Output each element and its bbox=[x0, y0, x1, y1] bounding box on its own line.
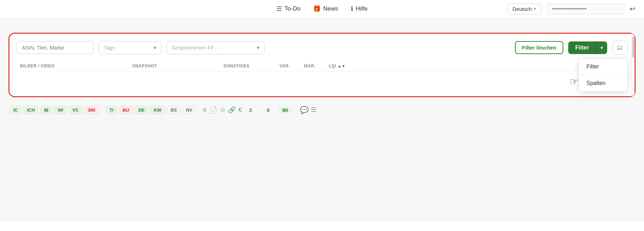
col-snapshot: SNAPSHOT bbox=[129, 64, 220, 68]
asin-search-input[interactable] bbox=[16, 41, 94, 54]
footer-tags-row: IC ICH IB IW VC 360 TI BU DE KW BS NV ≡ … bbox=[8, 101, 636, 118]
globe-icon[interactable]: ⊘ bbox=[220, 106, 225, 114]
chevron-down-icon: ▾ bbox=[154, 45, 156, 51]
lqi-badge: 90 bbox=[279, 106, 291, 114]
filter-loeschen-button[interactable]: Filter löschen bbox=[515, 41, 563, 54]
filter-button-group: Filter ▾ bbox=[568, 41, 607, 54]
tag-IC[interactable]: IC bbox=[10, 106, 21, 114]
tags-select[interactable]: Tags ▾ bbox=[99, 41, 162, 54]
filter-dropdown-menu: Filter Spalten bbox=[578, 58, 628, 92]
nav-right: Deutsch ▾ ↩ bbox=[507, 3, 636, 14]
filter-row: Tags ▾ Gespeicherten Fil... ▾ Filter lös… bbox=[16, 41, 628, 54]
todo-icon: ☰ bbox=[276, 5, 282, 13]
tag-BS[interactable]: BS bbox=[167, 106, 180, 114]
document-icon[interactable]: 📄 bbox=[209, 106, 217, 114]
chat-icon[interactable]: 💬 bbox=[300, 106, 309, 114]
tag-ICH[interactable]: ICH bbox=[24, 106, 38, 114]
col-mar: MÄR. bbox=[301, 64, 325, 68]
nav-todo[interactable]: ☰ To-Do bbox=[276, 5, 300, 13]
tag-IW[interactable]: IW bbox=[54, 106, 67, 114]
nav-news[interactable]: 🎁 News bbox=[313, 5, 338, 13]
main-content: Tags ▾ Gespeicherten Fil... ▾ Filter lös… bbox=[0, 18, 644, 222]
tag-VC[interactable]: VC bbox=[69, 106, 82, 114]
top-nav: ☰ To-Do 🎁 News ℹ Hilfe Deutsch ▾ ↩ bbox=[0, 0, 644, 18]
news-icon: 🎁 bbox=[313, 5, 321, 13]
tag-TI[interactable]: TI bbox=[106, 106, 117, 114]
scrollbar-thumb bbox=[632, 37, 634, 58]
nav-hilfe[interactable]: ℹ Hilfe bbox=[351, 5, 368, 13]
hilfe-label: Hilfe bbox=[356, 5, 368, 12]
tag-IB[interactable]: IB bbox=[40, 106, 52, 114]
saved-filter-label: Gespeicherten Fil... bbox=[172, 45, 217, 51]
filter-box: Tags ▾ Gespeicherten Fil... ▾ Filter lös… bbox=[8, 33, 636, 97]
news-label: News bbox=[323, 5, 338, 12]
tag-DE[interactable]: DE bbox=[135, 106, 148, 114]
euro-icon[interactable]: € bbox=[239, 106, 242, 114]
logout-button[interactable]: ↩ bbox=[630, 5, 636, 13]
tag-NV[interactable]: NV bbox=[182, 106, 196, 114]
scrollbar[interactable] bbox=[631, 34, 635, 96]
language-label: Deutsch bbox=[512, 6, 532, 12]
todo-label: To-Do bbox=[284, 5, 300, 12]
sort-icon: ▲▼ bbox=[337, 64, 346, 68]
chevron-down-icon: ▾ bbox=[257, 45, 260, 51]
tag-360[interactable]: 360 bbox=[84, 106, 99, 114]
col-lqi-label: LQI bbox=[329, 64, 336, 68]
action-icons-row: ≡ 📄 ⊘ 🔗 € bbox=[203, 106, 242, 114]
col-bilder-video: BILDER / VIDEO bbox=[16, 64, 129, 68]
menu-icon[interactable]: ≡ bbox=[203, 106, 207, 114]
chevron-down-icon: ▾ bbox=[601, 45, 603, 51]
var-value: 3 bbox=[249, 107, 252, 113]
dropdown-item-spalten[interactable]: Spalten bbox=[579, 75, 627, 91]
chevron-down-icon: ▾ bbox=[534, 6, 536, 11]
table-body bbox=[16, 72, 628, 93]
col-var: VAR. bbox=[276, 64, 301, 68]
tag-BU[interactable]: BU bbox=[119, 106, 133, 114]
tag-KW[interactable]: KW bbox=[150, 106, 165, 114]
folder-button[interactable]: 🗂 bbox=[612, 41, 628, 54]
tags-select-label: Tags bbox=[104, 45, 115, 51]
link-icon[interactable]: 🔗 bbox=[228, 106, 236, 114]
saved-filter-select[interactable]: Gespeicherten Fil... ▾ bbox=[167, 41, 265, 54]
mar-value: 8 bbox=[267, 107, 269, 113]
filter-dropdown-button[interactable]: ▾ bbox=[596, 41, 607, 54]
checklist-icon[interactable]: ☰ bbox=[311, 106, 316, 114]
col-sonstiges: SONSTIGES bbox=[220, 64, 276, 68]
filter-main-button[interactable]: Filter bbox=[568, 41, 596, 54]
col-lqi: LQI ▲▼ bbox=[325, 64, 353, 68]
language-selector[interactable]: Deutsch ▾ bbox=[507, 4, 541, 14]
info-icon: ℹ bbox=[351, 5, 353, 13]
dropdown-item-filter[interactable]: Filter bbox=[579, 59, 627, 75]
folder-icon: 🗂 bbox=[617, 44, 623, 51]
nav-search-input[interactable] bbox=[547, 3, 624, 14]
table-header: BILDER / VIDEO SNAPSHOT SONSTIGES VAR. M… bbox=[16, 61, 628, 72]
